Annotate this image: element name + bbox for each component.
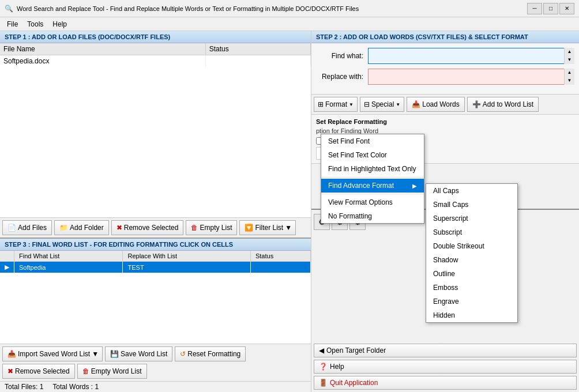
step3-header: STEP 3 : FINAL WORD LIST - FOR EDITING F… — [0, 239, 311, 251]
quit-icon: 🚪 — [319, 379, 328, 387]
col-filename: File Name — [0, 43, 205, 55]
submenu-outline[interactable]: Outline — [426, 267, 517, 281]
replace-cell[interactable]: TEST — [123, 262, 250, 273]
status-cell — [250, 262, 310, 273]
menu-find-advance-format[interactable]: Find Advance Format ▶ — [321, 179, 424, 193]
menu-set-find-text-color[interactable]: Set Find Text Color — [321, 148, 424, 162]
menu-set-find-font[interactable]: Set Find Font — [321, 134, 424, 148]
advance-format-submenu: All Caps Small Caps Superscript Subscrip… — [426, 183, 518, 323]
submenu-superscript[interactable]: Superscript — [426, 212, 517, 225]
submenu-subscript[interactable]: Subscript — [426, 225, 517, 239]
submenu-engrave[interactable]: Engrave — [426, 295, 517, 308]
empty-word-list-button[interactable]: 🗑 Empty Word List — [77, 364, 147, 379]
load-words-button[interactable]: 📥 Load Words — [407, 97, 464, 112]
step3-section: STEP 3 : FINAL WORD LIST - FOR EDITING F… — [0, 239, 311, 392]
find-input[interactable] — [368, 48, 574, 64]
menu-separator-2 — [321, 194, 424, 194]
import-icon: 📥 — [7, 350, 16, 358]
import-dropdown-arrow: ▼ — [92, 350, 99, 358]
file-name-cell: Softpedia.docx — [0, 55, 205, 67]
col-replace-with: Replace With List — [123, 251, 250, 262]
empty-list-icon: 🗑 — [191, 224, 198, 232]
remove-words-icon: ✖ — [7, 367, 13, 375]
remove-selected-button[interactable]: ✖ Remove Selected — [111, 220, 184, 235]
file-row[interactable]: Softpedia.docx — [0, 55, 311, 67]
submenu-hidden[interactable]: Hidden — [426, 308, 517, 322]
add-files-icon: 📄 — [7, 224, 16, 232]
submenu-double-strikeout[interactable]: Double Strikeout — [426, 239, 517, 253]
file-table: File Name Status Softpedia.docx — [0, 43, 311, 217]
menu-file[interactable]: File — [2, 19, 22, 29]
minimize-button[interactable]: ─ — [527, 3, 542, 14]
maximize-button[interactable]: □ — [543, 3, 558, 14]
submenu-emboss[interactable]: Emboss — [426, 281, 517, 295]
help-button[interactable]: ❓ Help — [314, 360, 577, 374]
submenu-arrow: ▶ — [412, 183, 417, 189]
replace-spin-up[interactable]: ▲ — [565, 69, 574, 77]
menu-tools[interactable]: Tools — [22, 19, 48, 29]
menu-bar: File Tools Help — [0, 17, 579, 31]
close-button[interactable]: ✕ — [559, 3, 574, 14]
special-button[interactable]: ⊟ Special ▼ — [360, 97, 404, 112]
empty-list-button[interactable]: 🗑 Empty List — [186, 220, 237, 235]
menu-help[interactable]: Help — [48, 19, 72, 29]
window-title: Word Search and Replace Tool - Find and … — [17, 5, 527, 12]
row-arrow: ▶ — [0, 262, 14, 273]
filter-dropdown-arrow: ▼ — [285, 224, 292, 232]
menu-view-format-options[interactable]: View Format Options — [321, 195, 424, 209]
filter-list-button[interactable]: 🔽 Filter List ▼ — [239, 220, 296, 235]
quit-button[interactable]: 🚪 Quit Application — [314, 376, 577, 390]
open-target-folder-button[interactable]: ◀ Open Target Folder — [314, 344, 577, 357]
find-spin-down[interactable]: ▼ — [565, 56, 574, 64]
find-spin-up[interactable]: ▲ — [565, 48, 574, 56]
add-files-button[interactable]: 📄 Add Files — [2, 220, 52, 235]
step1-section: STEP 1 : ADD OR LOAD FILES (DOC/DOCX/RTF… — [0, 31, 311, 239]
step2-toolbar: ⊞ Format ▼ ⊟ Special ▼ 📥 Load Words ➕ — [311, 94, 579, 115]
submenu-small-caps[interactable]: Small Caps — [426, 198, 517, 212]
app-icon: 🔍 — [5, 5, 13, 13]
reset-formatting-button[interactable]: ↺ Reset Formatting — [175, 346, 246, 361]
import-saved-button[interactable]: 📥 Import Saved Word List ▼ — [2, 346, 103, 361]
add-to-word-list-button[interactable]: ➕ Add to Word List — [467, 97, 539, 112]
remove-icon: ✖ — [116, 224, 122, 232]
filter-icon: 🔽 — [245, 224, 253, 232]
format-arrow: ▼ — [349, 102, 354, 107]
replace-spin-down[interactable]: ▼ — [565, 77, 574, 85]
window-controls: ─ □ ✕ — [527, 3, 574, 14]
total-files: Total Files: 1 — [5, 383, 43, 391]
total-words: Total Words : 1 — [52, 383, 99, 391]
folder-icon: ◀ — [319, 346, 324, 355]
context-menu: Set Find Font Set Find Text Color Find i… — [321, 134, 424, 224]
step2-header: STEP 2 : ADD OR LOAD WORDS (CSV/TXT FILE… — [311, 31, 579, 43]
menu-no-formatting[interactable]: No Formatting — [321, 209, 424, 223]
col-row-status: Status — [250, 251, 310, 262]
find-label: Find what: — [316, 52, 368, 60]
status-bar: Total Files: 1 Total Words : 1 — [0, 381, 311, 392]
replace-input-wrap: ▲ ▼ — [368, 69, 574, 85]
add-folder-button[interactable]: 📁 Add Folder — [54, 220, 109, 235]
special-icon: ⊟ — [364, 100, 370, 108]
file-status-cell — [205, 55, 310, 67]
submenu-all-caps[interactable]: All Caps — [426, 184, 517, 198]
replace-input[interactable] — [368, 69, 574, 85]
menu-find-highlighted[interactable]: Find in Highlighted Text Only — [321, 162, 424, 176]
empty-words-icon: 🗑 — [82, 367, 89, 375]
remove-selected-words-button[interactable]: ✖ Remove Selected — [2, 364, 75, 379]
col-status: Status — [205, 43, 310, 55]
word-row[interactable]: ▶ Softpedia TEST — [0, 262, 311, 273]
add-folder-icon: 📁 — [59, 224, 68, 232]
find-cell[interactable]: Softpedia — [14, 262, 123, 273]
replace-format-title: Set Replace Formatting — [316, 118, 388, 125]
special-arrow: ▼ — [396, 102, 400, 107]
submenu-shadow[interactable]: Shadow — [426, 253, 517, 267]
col-find-what: Find What List — [14, 251, 123, 262]
format-button[interactable]: ⊞ Format ▼ — [314, 97, 358, 112]
menu-separator — [321, 177, 424, 178]
step2-fields: Find what: ▲ ▼ Replace with: — [311, 43, 579, 94]
format-icon: ⊞ — [318, 100, 324, 108]
save-word-button[interactable]: 💾 Save Word List — [105, 346, 172, 361]
find-spinner: ▲ ▼ — [564, 48, 574, 64]
replace-row: Replace with: ▲ ▼ — [316, 69, 574, 85]
find-row: Find what: ▲ ▼ — [316, 48, 574, 64]
add-word-icon: ➕ — [472, 100, 481, 108]
